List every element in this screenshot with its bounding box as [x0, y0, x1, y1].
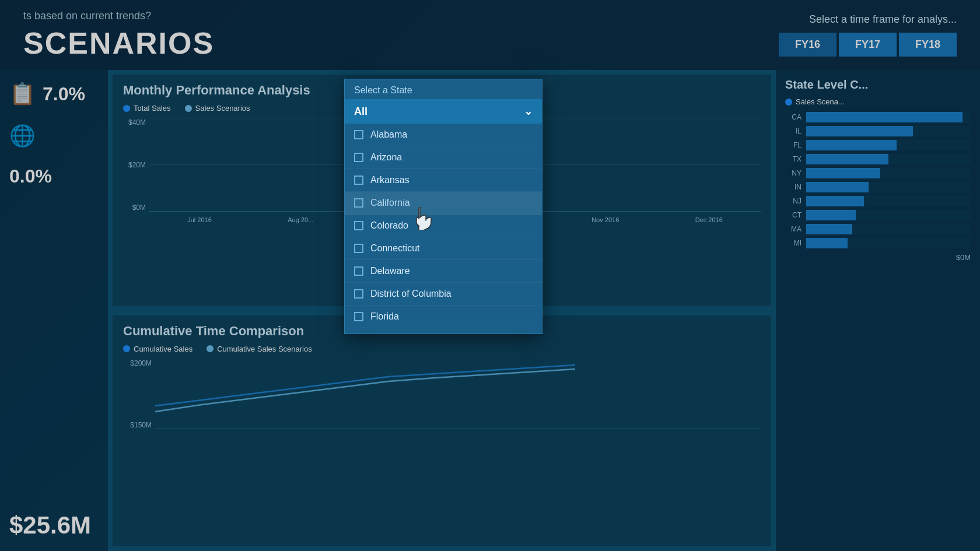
checkbox-alabama[interactable]	[354, 130, 363, 139]
dropdown-item-colorado[interactable]: Colorado	[345, 215, 542, 237]
dropdown-label-dc: District of Columbia	[370, 289, 452, 299]
dropdown-item-california[interactable]: California	[345, 192, 542, 215]
checkbox-arizona[interactable]	[354, 153, 363, 162]
dropdown-label-arizona: Arizona	[370, 152, 402, 163]
dropdown-label-california: California	[370, 198, 410, 208]
dropdown-item-connecticut[interactable]: Connecticut	[345, 237, 542, 260]
checkbox-colorado[interactable]	[354, 221, 363, 230]
chevron-up-icon: ⌄	[524, 105, 533, 118]
dropdown-item-arkansas[interactable]: Arkansas	[345, 169, 542, 192]
dropdown-item-florida[interactable]: Florida	[345, 306, 542, 328]
dropdown-label-alabama: Alabama	[370, 129, 407, 140]
checkbox-california[interactable]	[354, 198, 363, 208]
dropdown-label-colorado: Colorado	[370, 220, 408, 231]
dropdown-list[interactable]: Alabama Arizona Arkansas California Colo…	[345, 124, 542, 334]
dropdown-label-arkansas: Arkansas	[370, 175, 410, 185]
dropdown-header-label: Select a State	[345, 79, 542, 99]
dropdown-label-connecticut: Connecticut	[370, 243, 420, 254]
dropdown-selected-row[interactable]: All ⌄	[345, 99, 542, 124]
checkbox-florida[interactable]	[354, 312, 363, 321]
checkbox-dc[interactable]	[354, 289, 363, 299]
checkbox-connecticut[interactable]	[354, 244, 363, 253]
dropdown-item-dc[interactable]: District of Columbia	[345, 283, 542, 306]
state-dropdown[interactable]: Select a State All ⌄ Alabama Arizona Ark…	[344, 79, 542, 334]
dropdown-item-arizona[interactable]: Arizona	[345, 146, 542, 169]
dropdown-label-delaware: Delaware	[370, 266, 410, 276]
checkbox-delaware[interactable]	[354, 266, 363, 276]
dropdown-label-florida: Florida	[370, 311, 399, 322]
dropdown-item-georgia[interactable]: Georgia	[345, 328, 542, 334]
dropdown-selected-value: All	[354, 106, 368, 118]
dropdown-item-delaware[interactable]: Delaware	[345, 260, 542, 283]
dropdown-item-alabama[interactable]: Alabama	[345, 124, 542, 146]
checkbox-arkansas[interactable]	[354, 176, 363, 185]
